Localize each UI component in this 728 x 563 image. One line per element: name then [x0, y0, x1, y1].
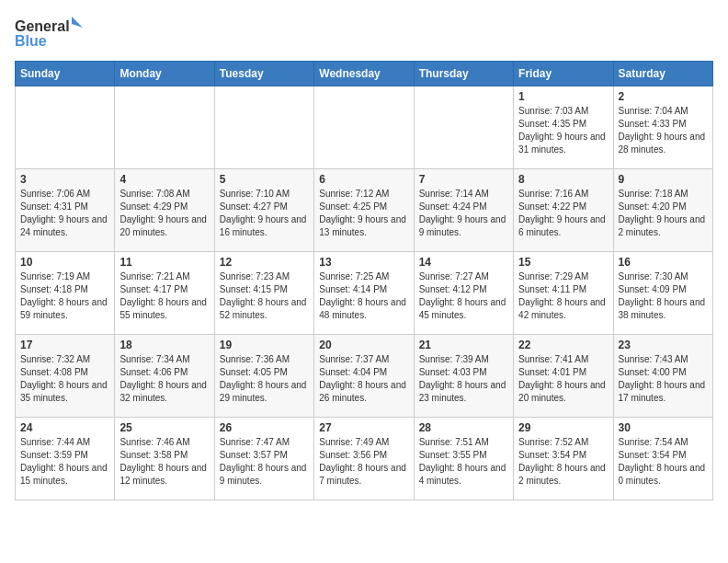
weekday-header: Friday	[514, 62, 613, 86]
calendar-week-row: 10Sunrise: 7:19 AM Sunset: 4:18 PM Dayli…	[16, 252, 713, 335]
calendar-cell: 13Sunrise: 7:25 AM Sunset: 4:14 PM Dayli…	[314, 252, 414, 335]
day-info: Sunrise: 7:49 AM Sunset: 3:56 PM Dayligh…	[319, 436, 408, 488]
svg-text:General: General	[15, 18, 70, 34]
calendar-cell	[314, 86, 414, 169]
day-number: 3	[20, 173, 109, 186]
calendar-cell: 5Sunrise: 7:10 AM Sunset: 4:27 PM Daylig…	[214, 169, 313, 252]
calendar-cell: 28Sunrise: 7:51 AM Sunset: 3:55 PM Dayli…	[414, 418, 513, 500]
day-info: Sunrise: 7:04 AM Sunset: 4:33 PM Dayligh…	[619, 105, 708, 156]
page-header: GeneralBlue	[15, 15, 713, 52]
weekday-header: Saturday	[613, 62, 712, 86]
calendar-cell: 18Sunrise: 7:34 AM Sunset: 4:06 PM Dayli…	[115, 335, 214, 418]
day-info: Sunrise: 7:25 AM Sunset: 4:14 PM Dayligh…	[319, 270, 408, 322]
calendar-week-row: 1Sunrise: 7:03 AM Sunset: 4:35 PM Daylig…	[16, 86, 713, 169]
calendar-cell	[414, 86, 513, 169]
day-number: 6	[319, 173, 408, 186]
calendar-cell: 12Sunrise: 7:23 AM Sunset: 4:15 PM Dayli…	[214, 252, 313, 335]
weekday-header: Wednesday	[314, 62, 414, 86]
day-number: 24	[20, 421, 109, 434]
day-number: 11	[119, 256, 209, 269]
day-number: 9	[619, 173, 708, 186]
calendar-cell: 30Sunrise: 7:54 AM Sunset: 3:54 PM Dayli…	[613, 418, 712, 500]
calendar-cell: 1Sunrise: 7:03 AM Sunset: 4:35 PM Daylig…	[514, 86, 613, 169]
calendar-week-row: 24Sunrise: 7:44 AM Sunset: 3:59 PM Dayli…	[16, 418, 713, 500]
day-number: 23	[619, 339, 708, 351]
day-number: 28	[419, 421, 508, 434]
day-number: 1	[518, 90, 608, 103]
calendar-week-row: 17Sunrise: 7:32 AM Sunset: 4:08 PM Dayli…	[16, 335, 713, 418]
calendar-cell: 23Sunrise: 7:43 AM Sunset: 4:00 PM Dayli…	[613, 335, 712, 418]
day-number: 30	[619, 421, 708, 434]
calendar-cell: 15Sunrise: 7:29 AM Sunset: 4:11 PM Dayli…	[514, 252, 613, 335]
day-number: 7	[419, 173, 508, 186]
day-info: Sunrise: 7:16 AM Sunset: 4:22 PM Dayligh…	[518, 188, 608, 239]
calendar-cell	[115, 86, 214, 169]
day-info: Sunrise: 7:41 AM Sunset: 4:01 PM Dayligh…	[518, 353, 608, 405]
day-info: Sunrise: 7:06 AM Sunset: 4:31 PM Dayligh…	[20, 188, 109, 239]
calendar-cell: 7Sunrise: 7:14 AM Sunset: 4:24 PM Daylig…	[414, 169, 513, 252]
day-number: 20	[319, 339, 408, 351]
day-number: 5	[220, 173, 309, 186]
calendar-cell: 8Sunrise: 7:16 AM Sunset: 4:22 PM Daylig…	[514, 169, 613, 252]
day-number: 15	[518, 256, 608, 269]
calendar-cell: 17Sunrise: 7:32 AM Sunset: 4:08 PM Dayli…	[16, 335, 115, 418]
day-info: Sunrise: 7:08 AM Sunset: 4:29 PM Dayligh…	[119, 188, 209, 239]
day-info: Sunrise: 7:47 AM Sunset: 3:57 PM Dayligh…	[220, 436, 309, 488]
day-info: Sunrise: 7:43 AM Sunset: 4:00 PM Dayligh…	[619, 353, 708, 405]
svg-text:Blue: Blue	[15, 33, 47, 49]
svg-marker-1	[72, 17, 83, 28]
calendar-cell: 14Sunrise: 7:27 AM Sunset: 4:12 PM Dayli…	[414, 252, 513, 335]
calendar-cell: 20Sunrise: 7:37 AM Sunset: 4:04 PM Dayli…	[314, 335, 414, 418]
calendar-cell: 4Sunrise: 7:08 AM Sunset: 4:29 PM Daylig…	[115, 169, 214, 252]
logo-svg: GeneralBlue	[15, 15, 88, 52]
day-info: Sunrise: 7:37 AM Sunset: 4:04 PM Dayligh…	[319, 353, 408, 405]
day-info: Sunrise: 7:46 AM Sunset: 3:58 PM Dayligh…	[119, 436, 209, 488]
day-number: 13	[319, 256, 408, 269]
calendar-cell: 21Sunrise: 7:39 AM Sunset: 4:03 PM Dayli…	[414, 335, 513, 418]
day-number: 4	[119, 173, 209, 186]
weekday-header: Tuesday	[214, 62, 313, 86]
day-number: 16	[619, 256, 708, 269]
day-info: Sunrise: 7:44 AM Sunset: 3:59 PM Dayligh…	[20, 436, 109, 488]
day-number: 27	[319, 421, 408, 434]
weekday-header: Sunday	[16, 62, 115, 86]
calendar-cell	[214, 86, 313, 169]
day-number: 14	[419, 256, 508, 269]
day-info: Sunrise: 7:19 AM Sunset: 4:18 PM Dayligh…	[20, 270, 109, 322]
calendar-cell: 25Sunrise: 7:46 AM Sunset: 3:58 PM Dayli…	[115, 418, 214, 500]
day-info: Sunrise: 7:32 AM Sunset: 4:08 PM Dayligh…	[20, 353, 109, 405]
calendar-cell: 27Sunrise: 7:49 AM Sunset: 3:56 PM Dayli…	[314, 418, 414, 500]
day-number: 29	[518, 421, 608, 434]
calendar-cell: 2Sunrise: 7:04 AM Sunset: 4:33 PM Daylig…	[613, 86, 712, 169]
calendar-cell: 9Sunrise: 7:18 AM Sunset: 4:20 PM Daylig…	[613, 169, 712, 252]
day-info: Sunrise: 7:29 AM Sunset: 4:11 PM Dayligh…	[518, 270, 608, 322]
calendar-week-row: 3Sunrise: 7:06 AM Sunset: 4:31 PM Daylig…	[16, 169, 713, 252]
day-info: Sunrise: 7:54 AM Sunset: 3:54 PM Dayligh…	[619, 436, 708, 488]
weekday-header-row: SundayMondayTuesdayWednesdayThursdayFrid…	[16, 62, 713, 86]
day-info: Sunrise: 7:21 AM Sunset: 4:17 PM Dayligh…	[119, 270, 209, 322]
calendar-cell	[16, 86, 115, 169]
calendar-cell: 22Sunrise: 7:41 AM Sunset: 4:01 PM Dayli…	[514, 335, 613, 418]
day-info: Sunrise: 7:52 AM Sunset: 3:54 PM Dayligh…	[518, 436, 608, 488]
day-number: 22	[518, 339, 608, 351]
day-number: 19	[220, 339, 309, 351]
day-info: Sunrise: 7:51 AM Sunset: 3:55 PM Dayligh…	[419, 436, 508, 488]
weekday-header: Monday	[115, 62, 214, 86]
calendar-cell: 29Sunrise: 7:52 AM Sunset: 3:54 PM Dayli…	[514, 418, 613, 500]
calendar-cell: 11Sunrise: 7:21 AM Sunset: 4:17 PM Dayli…	[115, 252, 214, 335]
day-number: 12	[220, 256, 309, 269]
calendar-table: SundayMondayTuesdayWednesdayThursdayFrid…	[15, 61, 713, 500]
day-info: Sunrise: 7:10 AM Sunset: 4:27 PM Dayligh…	[220, 188, 309, 239]
day-info: Sunrise: 7:39 AM Sunset: 4:03 PM Dayligh…	[419, 353, 508, 405]
day-info: Sunrise: 7:14 AM Sunset: 4:24 PM Dayligh…	[419, 188, 508, 239]
day-info: Sunrise: 7:34 AM Sunset: 4:06 PM Dayligh…	[119, 353, 209, 405]
calendar-cell: 26Sunrise: 7:47 AM Sunset: 3:57 PM Dayli…	[214, 418, 313, 500]
day-number: 25	[119, 421, 209, 434]
weekday-header: Thursday	[414, 62, 513, 86]
day-number: 18	[119, 339, 209, 351]
day-info: Sunrise: 7:36 AM Sunset: 4:05 PM Dayligh…	[220, 353, 309, 405]
calendar-cell: 19Sunrise: 7:36 AM Sunset: 4:05 PM Dayli…	[214, 335, 313, 418]
calendar-cell: 6Sunrise: 7:12 AM Sunset: 4:25 PM Daylig…	[314, 169, 414, 252]
calendar-cell: 16Sunrise: 7:30 AM Sunset: 4:09 PM Dayli…	[613, 252, 712, 335]
calendar-cell: 10Sunrise: 7:19 AM Sunset: 4:18 PM Dayli…	[16, 252, 115, 335]
